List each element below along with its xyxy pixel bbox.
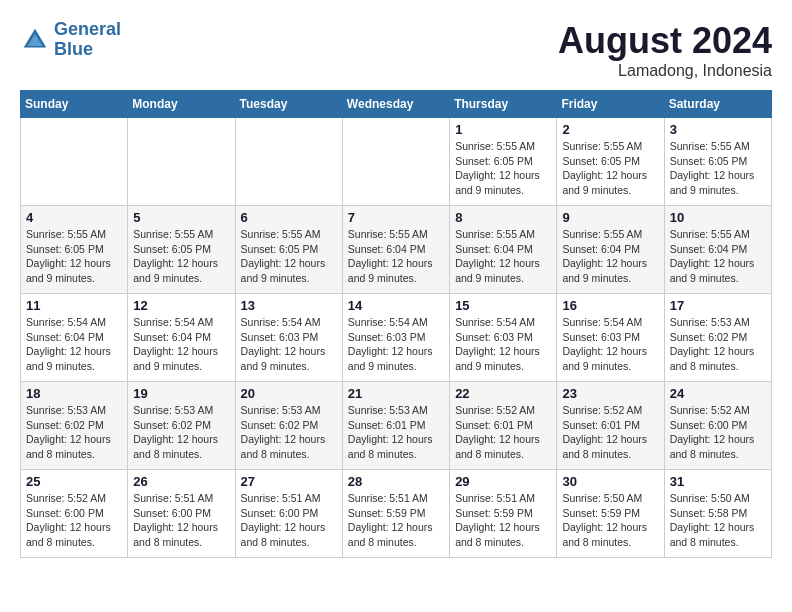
calendar-cell: 20Sunrise: 5:53 AM Sunset: 6:02 PM Dayli… (235, 382, 342, 470)
logo-line1: General (54, 19, 121, 39)
day-number: 2 (562, 122, 658, 137)
day-info: Sunrise: 5:51 AM Sunset: 5:59 PM Dayligh… (348, 491, 444, 550)
calendar-cell: 12Sunrise: 5:54 AM Sunset: 6:04 PM Dayli… (128, 294, 235, 382)
day-number: 7 (348, 210, 444, 225)
day-info: Sunrise: 5:55 AM Sunset: 6:05 PM Dayligh… (455, 139, 551, 198)
day-info: Sunrise: 5:54 AM Sunset: 6:03 PM Dayligh… (562, 315, 658, 374)
month-year: August 2024 (558, 20, 772, 62)
day-info: Sunrise: 5:55 AM Sunset: 6:05 PM Dayligh… (26, 227, 122, 286)
week-row-1: 4Sunrise: 5:55 AM Sunset: 6:05 PM Daylig… (21, 206, 772, 294)
day-info: Sunrise: 5:55 AM Sunset: 6:04 PM Dayligh… (670, 227, 766, 286)
calendar-cell (235, 118, 342, 206)
day-info: Sunrise: 5:54 AM Sunset: 6:04 PM Dayligh… (133, 315, 229, 374)
logo: General Blue (20, 20, 121, 60)
calendar-cell: 31Sunrise: 5:50 AM Sunset: 5:58 PM Dayli… (664, 470, 771, 558)
week-row-0: 1Sunrise: 5:55 AM Sunset: 6:05 PM Daylig… (21, 118, 772, 206)
calendar-cell: 26Sunrise: 5:51 AM Sunset: 6:00 PM Dayli… (128, 470, 235, 558)
calendar-cell: 23Sunrise: 5:52 AM Sunset: 6:01 PM Dayli… (557, 382, 664, 470)
calendar-cell: 7Sunrise: 5:55 AM Sunset: 6:04 PM Daylig… (342, 206, 449, 294)
calendar-cell: 22Sunrise: 5:52 AM Sunset: 6:01 PM Dayli… (450, 382, 557, 470)
day-info: Sunrise: 5:55 AM Sunset: 6:05 PM Dayligh… (241, 227, 337, 286)
day-info: Sunrise: 5:51 AM Sunset: 6:00 PM Dayligh… (133, 491, 229, 550)
day-number: 14 (348, 298, 444, 313)
calendar-cell: 1Sunrise: 5:55 AM Sunset: 6:05 PM Daylig… (450, 118, 557, 206)
day-number: 21 (348, 386, 444, 401)
day-info: Sunrise: 5:52 AM Sunset: 6:00 PM Dayligh… (670, 403, 766, 462)
calendar-cell: 6Sunrise: 5:55 AM Sunset: 6:05 PM Daylig… (235, 206, 342, 294)
day-info: Sunrise: 5:55 AM Sunset: 6:04 PM Dayligh… (455, 227, 551, 286)
location: Lamadong, Indonesia (558, 62, 772, 80)
calendar-cell: 15Sunrise: 5:54 AM Sunset: 6:03 PM Dayli… (450, 294, 557, 382)
week-row-3: 18Sunrise: 5:53 AM Sunset: 6:02 PM Dayli… (21, 382, 772, 470)
day-info: Sunrise: 5:55 AM Sunset: 6:05 PM Dayligh… (670, 139, 766, 198)
day-info: Sunrise: 5:54 AM Sunset: 6:03 PM Dayligh… (455, 315, 551, 374)
day-number: 5 (133, 210, 229, 225)
day-info: Sunrise: 5:54 AM Sunset: 6:04 PM Dayligh… (26, 315, 122, 374)
day-number: 26 (133, 474, 229, 489)
calendar-cell: 10Sunrise: 5:55 AM Sunset: 6:04 PM Dayli… (664, 206, 771, 294)
calendar-cell: 14Sunrise: 5:54 AM Sunset: 6:03 PM Dayli… (342, 294, 449, 382)
day-number: 17 (670, 298, 766, 313)
day-info: Sunrise: 5:52 AM Sunset: 6:01 PM Dayligh… (562, 403, 658, 462)
day-info: Sunrise: 5:53 AM Sunset: 6:02 PM Dayligh… (26, 403, 122, 462)
day-info: Sunrise: 5:53 AM Sunset: 6:02 PM Dayligh… (241, 403, 337, 462)
day-number: 13 (241, 298, 337, 313)
calendar-cell: 3Sunrise: 5:55 AM Sunset: 6:05 PM Daylig… (664, 118, 771, 206)
day-number: 18 (26, 386, 122, 401)
calendar-cell: 21Sunrise: 5:53 AM Sunset: 6:01 PM Dayli… (342, 382, 449, 470)
calendar-cell: 4Sunrise: 5:55 AM Sunset: 6:05 PM Daylig… (21, 206, 128, 294)
logo-text: General Blue (54, 20, 121, 60)
calendar-header-row: SundayMondayTuesdayWednesdayThursdayFrid… (21, 91, 772, 118)
calendar-cell: 16Sunrise: 5:54 AM Sunset: 6:03 PM Dayli… (557, 294, 664, 382)
day-info: Sunrise: 5:50 AM Sunset: 5:59 PM Dayligh… (562, 491, 658, 550)
day-number: 10 (670, 210, 766, 225)
calendar-cell: 25Sunrise: 5:52 AM Sunset: 6:00 PM Dayli… (21, 470, 128, 558)
day-info: Sunrise: 5:52 AM Sunset: 6:01 PM Dayligh… (455, 403, 551, 462)
calendar-cell: 17Sunrise: 5:53 AM Sunset: 6:02 PM Dayli… (664, 294, 771, 382)
calendar-table: SundayMondayTuesdayWednesdayThursdayFrid… (20, 90, 772, 558)
calendar-cell (342, 118, 449, 206)
day-number: 9 (562, 210, 658, 225)
day-info: Sunrise: 5:51 AM Sunset: 6:00 PM Dayligh… (241, 491, 337, 550)
day-number: 30 (562, 474, 658, 489)
calendar-cell (21, 118, 128, 206)
day-info: Sunrise: 5:54 AM Sunset: 6:03 PM Dayligh… (241, 315, 337, 374)
header-tuesday: Tuesday (235, 91, 342, 118)
calendar-cell: 29Sunrise: 5:51 AM Sunset: 5:59 PM Dayli… (450, 470, 557, 558)
header-monday: Monday (128, 91, 235, 118)
header-saturday: Saturday (664, 91, 771, 118)
day-info: Sunrise: 5:53 AM Sunset: 6:02 PM Dayligh… (133, 403, 229, 462)
day-info: Sunrise: 5:51 AM Sunset: 5:59 PM Dayligh… (455, 491, 551, 550)
calendar-cell: 5Sunrise: 5:55 AM Sunset: 6:05 PM Daylig… (128, 206, 235, 294)
day-info: Sunrise: 5:53 AM Sunset: 6:01 PM Dayligh… (348, 403, 444, 462)
calendar-cell: 30Sunrise: 5:50 AM Sunset: 5:59 PM Dayli… (557, 470, 664, 558)
calendar-cell: 2Sunrise: 5:55 AM Sunset: 6:05 PM Daylig… (557, 118, 664, 206)
calendar-cell: 8Sunrise: 5:55 AM Sunset: 6:04 PM Daylig… (450, 206, 557, 294)
calendar-cell: 13Sunrise: 5:54 AM Sunset: 6:03 PM Dayli… (235, 294, 342, 382)
day-info: Sunrise: 5:50 AM Sunset: 5:58 PM Dayligh… (670, 491, 766, 550)
logo-icon (20, 25, 50, 55)
calendar-cell: 11Sunrise: 5:54 AM Sunset: 6:04 PM Dayli… (21, 294, 128, 382)
day-number: 25 (26, 474, 122, 489)
day-number: 8 (455, 210, 551, 225)
page-header: General Blue August 2024 Lamadong, Indon… (20, 20, 772, 80)
week-row-2: 11Sunrise: 5:54 AM Sunset: 6:04 PM Dayli… (21, 294, 772, 382)
calendar-cell (128, 118, 235, 206)
day-number: 1 (455, 122, 551, 137)
day-number: 3 (670, 122, 766, 137)
header-friday: Friday (557, 91, 664, 118)
logo-line2: Blue (54, 39, 93, 59)
day-number: 19 (133, 386, 229, 401)
day-number: 28 (348, 474, 444, 489)
day-info: Sunrise: 5:55 AM Sunset: 6:04 PM Dayligh… (348, 227, 444, 286)
day-info: Sunrise: 5:55 AM Sunset: 6:05 PM Dayligh… (562, 139, 658, 198)
day-number: 4 (26, 210, 122, 225)
header-wednesday: Wednesday (342, 91, 449, 118)
calendar-cell: 28Sunrise: 5:51 AM Sunset: 5:59 PM Dayli… (342, 470, 449, 558)
day-info: Sunrise: 5:53 AM Sunset: 6:02 PM Dayligh… (670, 315, 766, 374)
week-row-4: 25Sunrise: 5:52 AM Sunset: 6:00 PM Dayli… (21, 470, 772, 558)
day-number: 6 (241, 210, 337, 225)
calendar-cell: 27Sunrise: 5:51 AM Sunset: 6:00 PM Dayli… (235, 470, 342, 558)
day-number: 16 (562, 298, 658, 313)
header-thursday: Thursday (450, 91, 557, 118)
